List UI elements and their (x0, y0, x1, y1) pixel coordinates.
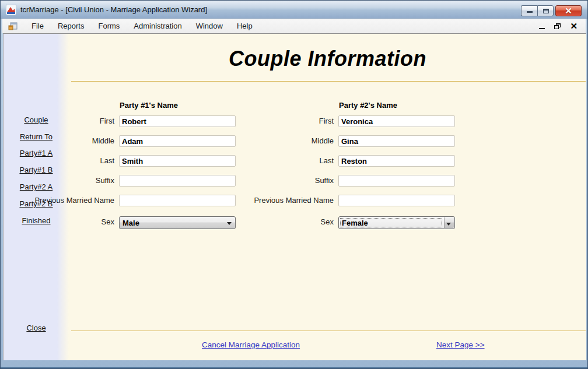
party1-first-label: First (9, 115, 114, 127)
minimize-icon (527, 11, 533, 13)
party2-middle-input[interactable] (338, 135, 455, 147)
page-title: Couple Information (69, 47, 586, 71)
menu-item-help[interactable]: Help (230, 20, 260, 32)
party1-header: Party #1's Name (120, 101, 178, 110)
minimize-button[interactable] (521, 5, 537, 16)
close-icon: ✕ (556, 6, 581, 16)
party1-middle-label: Middle (9, 135, 114, 147)
menu-item-window[interactable]: Window (189, 20, 230, 32)
mdi-restore-icon[interactable] (554, 23, 561, 29)
party2-first-input[interactable] (338, 115, 455, 127)
window-controls: ✕ (521, 5, 582, 16)
party2-previous-name-label: Previous Married Name (229, 195, 334, 206)
party1-previous-name-input[interactable] (119, 195, 236, 206)
party1-last-input[interactable] (119, 155, 236, 167)
mdi-window-controls: ✕ (539, 19, 578, 33)
party1-sex-dropdown[interactable]: Male (119, 216, 236, 229)
wizard-client-area: Couple Return To Party#1 A Party#1 B Par… (3, 33, 586, 360)
maximize-icon (543, 9, 549, 13)
party2-header: Party #2's Name (339, 101, 397, 110)
party2-sex-label: Sex (229, 216, 334, 228)
mdi-close-icon[interactable]: ✕ (570, 20, 578, 32)
party2-last-label: Last (229, 155, 334, 167)
party1-sex-value: Male (123, 219, 139, 227)
party1-suffix-label: Suffix (9, 175, 114, 187)
party2-previous-name-input[interactable] (338, 195, 455, 206)
app-window: tcrMarriage - [Civil Union - Marriage Ap… (0, 0, 588, 369)
party1-sex-label: Sex (9, 216, 114, 228)
party1-middle-input[interactable] (119, 135, 236, 147)
mdi-minimize-icon[interactable] (539, 28, 545, 29)
dropdown-arrow-button[interactable] (444, 217, 454, 228)
party2-middle-label: Middle (229, 135, 334, 147)
party2-suffix-label: Suffix (229, 175, 334, 187)
party1-previous-name-label: Previous Married Name (9, 195, 114, 206)
party2-sex-dropdown[interactable]: Female (338, 216, 455, 229)
party2-suffix-input[interactable] (338, 175, 455, 187)
menu-item-file[interactable]: File (24, 20, 51, 32)
party1-last-label: Last (9, 155, 114, 167)
menu-item-reports[interactable]: Reports (51, 20, 92, 32)
maximize-button[interactable] (537, 5, 554, 16)
window-title: tcrMarriage - [Civil Union - Marriage Ap… (20, 1, 207, 19)
app-icon[interactable] (6, 5, 16, 15)
child-window-icon[interactable] (8, 22, 18, 31)
next-page-link[interactable]: Next Page >> (436, 340, 485, 349)
party1-first-input[interactable] (119, 115, 236, 127)
party1-suffix-input[interactable] (119, 175, 236, 187)
sidebar-link-close[interactable]: Close (4, 324, 69, 332)
cancel-application-link[interactable]: Cancel Marriage Application (202, 340, 300, 349)
sidebar-link-party1-b[interactable]: Party#1 B (4, 166, 69, 174)
menu-bar: File Reports Forms Administration Window… (2, 19, 586, 33)
chevron-down-icon (446, 223, 451, 226)
title-divider (71, 81, 586, 82)
menu-item-forms[interactable]: Forms (91, 20, 127, 32)
menu-item-administration[interactable]: Administration (127, 20, 188, 32)
footer-divider (71, 331, 586, 331)
party2-sex-value: Female (342, 219, 368, 227)
close-button[interactable]: ✕ (555, 5, 582, 16)
party2-first-label: First (229, 115, 334, 127)
party2-last-input[interactable] (338, 155, 455, 167)
title-bar: tcrMarriage - [Civil Union - Marriage Ap… (1, 1, 587, 19)
